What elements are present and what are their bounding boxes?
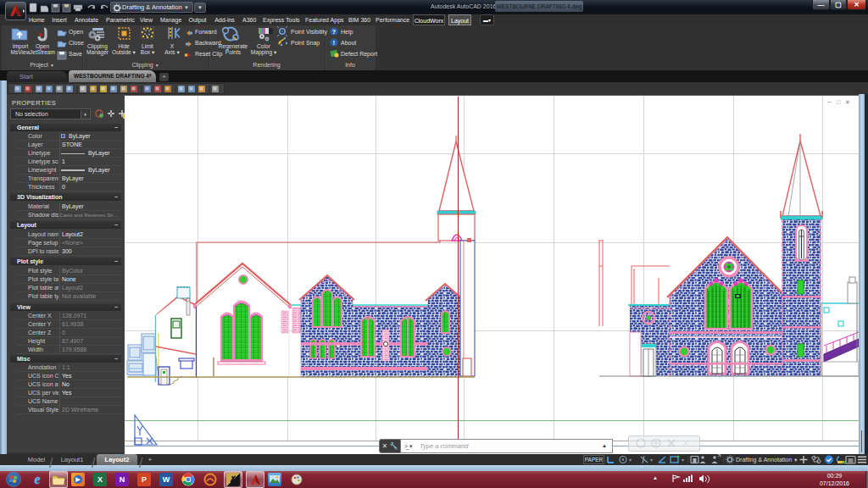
svg-text:?: ? (332, 29, 336, 35)
svg-text:▾: ▾ (650, 458, 653, 463)
svg-text:▾: ▾ (629, 458, 632, 463)
svg-text:!: ! (333, 40, 335, 46)
svg-text:▾: ▾ (682, 458, 684, 463)
